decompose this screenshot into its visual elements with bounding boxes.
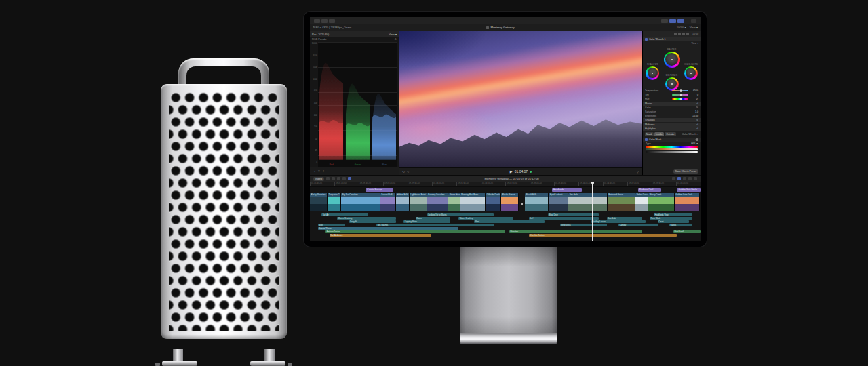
connected-clip[interactable]: Rapids bbox=[669, 224, 693, 226]
skim-icon[interactable]: ∿ bbox=[407, 170, 410, 174]
timeline-clip[interactable]: Pacific Sunset bbox=[501, 193, 519, 211]
timeline-clip[interactable]: Green Headland bbox=[448, 193, 460, 211]
color-wheel-master[interactable]: MASTER bbox=[664, 48, 680, 68]
crop-icon[interactable]: ⌗ bbox=[318, 169, 320, 174]
playhead[interactable] bbox=[592, 182, 593, 241]
import-media-button[interactable] bbox=[314, 19, 320, 23]
connected-clip[interactable]: Waves bbox=[416, 217, 451, 220]
timeline-clip[interactable]: Sea Arch bbox=[568, 193, 608, 211]
color-wheel-shadows[interactable]: SHADOWS bbox=[646, 63, 659, 80]
connected-clip[interactable]: Sea Washes bbox=[376, 224, 494, 226]
inspector-info-tab-icon[interactable] bbox=[686, 33, 689, 35]
inspector-video-tab-icon[interactable] bbox=[674, 33, 677, 35]
connected-clip[interactable]: Seagulls bbox=[349, 220, 396, 223]
audio-skimming-icon[interactable] bbox=[677, 177, 681, 180]
eyedropper-icon[interactable] bbox=[695, 138, 699, 142]
connected-clip[interactable]: Waterline bbox=[509, 230, 642, 233]
connected-clip[interactable]: Wind Gusts bbox=[560, 224, 607, 226]
connected-clip[interactable]: Wind Swell bbox=[673, 230, 701, 233]
connected-clip[interactable]: Gulls bbox=[318, 224, 345, 226]
inspector-view-menu[interactable]: View ▾ bbox=[691, 42, 698, 45]
connected-clip[interactable]: Ambient Texture bbox=[326, 230, 505, 233]
connected-clip[interactable]: Boat Drive bbox=[548, 214, 599, 216]
timeline-clip[interactable]: Hidden Falls bbox=[396, 193, 410, 211]
connected-clip[interactable]: Canopy bbox=[618, 224, 658, 226]
connected-clip[interactable]: Looking Out to Waves bbox=[427, 214, 494, 216]
background-tasks-button[interactable] bbox=[329, 19, 335, 23]
connected-clip[interactable]: Rustling Leaves bbox=[591, 220, 646, 223]
timeline-clip[interactable]: Cliffside Overlook bbox=[486, 193, 501, 211]
connected-clip[interactable]: Waves Crashing bbox=[458, 217, 513, 220]
title-clip[interactable]: Redwood Trail bbox=[638, 188, 662, 192]
viewer-view-menu[interactable]: View ▾ bbox=[690, 26, 698, 29]
inspector-color-tab-icon[interactable] bbox=[678, 33, 681, 35]
overwrite-clip-icon[interactable] bbox=[342, 177, 346, 180]
workspace-timeline-button[interactable] bbox=[669, 19, 676, 23]
scope-settings-icon[interactable]: ⚙ bbox=[395, 37, 397, 41]
title-clip[interactable]: Golden Gate Finale bbox=[677, 188, 701, 192]
mask-type-value[interactable]: HSL ▾ bbox=[691, 142, 698, 145]
insert-clip-icon[interactable] bbox=[332, 177, 335, 180]
color-mask-checkbox[interactable] bbox=[645, 138, 648, 141]
connected-clip[interactable]: Creek bbox=[658, 220, 689, 223]
mask-tab-mask[interactable]: Mask bbox=[645, 132, 654, 136]
clip-appearance-icon[interactable] bbox=[694, 177, 697, 180]
hsl-strip-luminance[interactable] bbox=[646, 151, 698, 153]
timeline-clip[interactable]: Big Sur Coastline bbox=[341, 193, 380, 211]
connected-clip[interactable]: Headlands View bbox=[654, 214, 693, 216]
mask-tab-inside[interactable]: Inside bbox=[654, 132, 664, 136]
title-clip[interactable]: Coastal Escape bbox=[366, 188, 393, 192]
timeline-clip[interactable]: Evening Coastline bbox=[427, 193, 449, 211]
timeline-clip[interactable]: Sunset Bluff bbox=[380, 193, 396, 211]
effect-enabled-checkbox[interactable] bbox=[645, 38, 648, 41]
retime-icon[interactable]: ◔ bbox=[313, 169, 315, 174]
section-shadows[interactable]: Shadows↺ bbox=[643, 118, 701, 122]
timeline-clip[interactable]: Fjord Lookout bbox=[549, 193, 568, 211]
connected-clip[interactable]: Salt Air bbox=[321, 214, 368, 216]
hsl-strip-saturation[interactable] bbox=[646, 148, 698, 150]
mask-popup[interactable]: Color Wheels ▾ bbox=[682, 133, 698, 136]
timeline-clip[interactable]: Lighthouse Point bbox=[410, 193, 427, 211]
skimming-toggle-icon[interactable] bbox=[672, 177, 675, 180]
scope-view-menu[interactable]: View ▾ bbox=[389, 33, 397, 36]
share-button[interactable] bbox=[691, 19, 696, 23]
title-clip[interactable]: Headlands bbox=[552, 188, 582, 192]
connected-clip[interactable]: Waves Crashing bbox=[337, 217, 395, 220]
section-highlights[interactable]: Highlights↺ bbox=[643, 127, 701, 131]
connected-clip[interactable]: Shoreline Texture bbox=[529, 234, 677, 237]
save-effects-preset-button[interactable]: Save Effects Preset bbox=[673, 169, 699, 174]
transform-icon[interactable]: ⌖ bbox=[323, 169, 325, 174]
connected-clip[interactable]: Lapping Water bbox=[403, 220, 450, 223]
mask-tab-outside[interactable]: Outside bbox=[665, 132, 675, 136]
timeline-clip[interactable]: Basalt Falls bbox=[525, 193, 549, 211]
inspector-audio-tab-icon[interactable] bbox=[682, 33, 685, 35]
timeline-clip[interactable]: Golden Gate Dusk bbox=[675, 193, 700, 211]
master-reset-icon[interactable]: ↺ bbox=[696, 102, 698, 105]
timeline-clip[interactable]: Morning Mist Pano bbox=[460, 193, 486, 211]
viewer-menu-icon[interactable] bbox=[486, 26, 489, 29]
tool-menu-icon[interactable] bbox=[348, 177, 351, 180]
timeline-clip[interactable]: Mossy Creek bbox=[648, 193, 675, 211]
timeline-clip[interactable]: Redwood Grove bbox=[608, 193, 635, 211]
timeline-clip[interactable]: Rocky Shoreline bbox=[310, 193, 328, 211]
play-button[interactable]: ▶ bbox=[510, 169, 513, 174]
timeline-clip[interactable]: Veiled Cascade bbox=[635, 193, 648, 211]
timeline-clip[interactable]: Turquoise Cove bbox=[328, 193, 341, 211]
index-button[interactable]: Index bbox=[313, 177, 324, 181]
fullscreen-icon[interactable]: ⤢ bbox=[637, 170, 639, 174]
solo-icon[interactable] bbox=[683, 177, 686, 180]
keyword-editor-button[interactable] bbox=[321, 19, 328, 23]
color-wheel-midtones[interactable]: MIDTONES bbox=[665, 74, 679, 91]
workspace-browser-button[interactable] bbox=[661, 19, 668, 23]
color-wheel-highlights[interactable]: HIGHLIGHTS bbox=[684, 63, 698, 80]
connected-clip[interactable]: Surf Ambience bbox=[330, 234, 431, 237]
loop-icon[interactable]: ⟲ bbox=[402, 170, 405, 174]
slider-hue[interactable]: Hue0° bbox=[643, 97, 701, 101]
connected-clip[interactable]: Wind bbox=[474, 220, 545, 223]
append-clip-icon[interactable] bbox=[337, 177, 340, 180]
connect-clip-icon[interactable] bbox=[326, 177, 330, 180]
connected-clip[interactable]: Surf bbox=[529, 217, 599, 220]
hsl-strip-hue[interactable] bbox=[646, 146, 698, 148]
workspace-inspector-button[interactable] bbox=[677, 19, 684, 23]
viewer-zoom-menu[interactable]: 100% ▾ bbox=[677, 26, 686, 29]
